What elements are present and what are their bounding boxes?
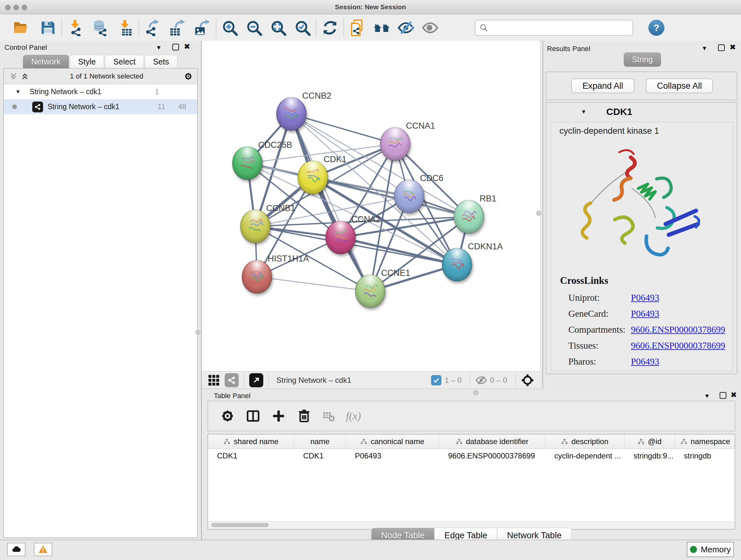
import-network-file-button[interactable] [66, 18, 85, 38]
horizontal-splitter-handle[interactable] [473, 390, 478, 395]
panel-close-icon[interactable]: ✖ [184, 43, 190, 50]
tab-network[interactable]: Network [23, 55, 69, 68]
clone-network-button[interactable] [348, 18, 367, 38]
open-in-window-icon[interactable] [249, 373, 263, 387]
network-node-CCNA1[interactable]: CCNA1 [380, 121, 435, 161]
memory-button[interactable]: Memory [687, 542, 734, 557]
zoom-selected-button[interactable] [293, 18, 312, 38]
column-header-canonical-name[interactable]: canonical name [346, 435, 439, 449]
tab-sets[interactable]: Sets [145, 55, 178, 68]
window-minimize-button[interactable] [13, 5, 19, 10]
network-node-HIST1H1A[interactable]: HIST1H1A [242, 254, 309, 294]
panel-menu-icon[interactable]: ▾ [157, 44, 160, 51]
network-node-CDC25B[interactable]: CDC25B [232, 140, 292, 180]
hide-selected-button[interactable] [396, 18, 415, 38]
window-zoom-button[interactable] [22, 5, 27, 10]
zoom-in-icon [221, 19, 238, 36]
import-table-icon [117, 19, 133, 36]
show-all-button[interactable] [421, 18, 440, 38]
warning-status-button[interactable] [34, 543, 52, 556]
panel-close-icon[interactable]: ✖ [730, 44, 736, 51]
search-field[interactable] [475, 20, 633, 36]
network-selection-status: 1 of 1 Network selected [29, 72, 184, 80]
window-close-button[interactable] [5, 5, 10, 10]
zoom-in-button[interactable] [220, 18, 239, 38]
expand-all-button[interactable]: Expand All [571, 78, 634, 93]
node-label-CCNA2: CCNA2 [351, 214, 381, 224]
network-node-CCNB2[interactable]: CCNB2 [276, 91, 332, 131]
import-table-button[interactable] [116, 18, 135, 38]
protein-section-header[interactable]: ▼ CDK1 [546, 103, 737, 121]
column-header-description[interactable]: description [545, 435, 624, 449]
table-row[interactable]: CDK1CDK1P064939606.ENSP00000378699cyclin… [208, 449, 735, 463]
tab-select[interactable]: Select [105, 55, 144, 68]
apply-function-icon[interactable]: f(x) [346, 410, 361, 422]
scrollbar-thumb[interactable] [211, 523, 269, 527]
collapse-all-chevrons-icon[interactable] [20, 72, 29, 81]
tree-expander-icon[interactable]: ▼ [15, 89, 21, 95]
show-columns-icon[interactable] [246, 409, 260, 423]
results-panel-title: Results Panel [547, 45, 590, 53]
network-node-CCNE1[interactable]: CCNE1 [355, 268, 410, 308]
panel-float-icon[interactable] [172, 44, 179, 51]
collapse-all-button[interactable]: Collapse All [646, 78, 713, 93]
search-input[interactable] [488, 21, 632, 35]
selected-checkbox-icon[interactable] [431, 375, 441, 385]
network-row-selected[interactable]: String Network – cdk1 11 48 [4, 99, 197, 114]
crosslink-value-link[interactable]: 9606.ENSP00000378699 [631, 324, 725, 335]
share-view-icon[interactable] [225, 373, 239, 387]
export-network-button[interactable] [143, 18, 162, 38]
protein-structure-image [570, 141, 713, 271]
zoom-out-button[interactable] [245, 18, 264, 38]
export-image-icon [194, 19, 211, 36]
network-node-RB1[interactable]: RB1 [454, 194, 496, 233]
node-label-CDKN1A: CDKN1A [468, 242, 503, 251]
import-network-database-button[interactable] [91, 18, 110, 38]
network-collection-row[interactable]: ▼ String Network – cdk1 1 [4, 84, 197, 99]
export-network-icon [144, 19, 161, 36]
crosslink-value-link[interactable]: P06493 [631, 308, 659, 319]
right-splitter-handle[interactable] [536, 211, 541, 216]
table-options-gear-icon[interactable] [220, 409, 235, 423]
grid-view-icon[interactable] [207, 374, 220, 387]
column-header-database-identifier[interactable]: database identifier [439, 435, 545, 449]
export-image-button[interactable] [193, 18, 212, 38]
delete-table-icon[interactable] [322, 410, 335, 422]
crosslink-row: Compartments:9606.ENSP00000378699 [568, 321, 729, 337]
panel-menu-icon[interactable]: ▾ [705, 392, 709, 399]
section-expander-icon[interactable]: ▼ [581, 109, 587, 115]
left-splitter-handle[interactable] [195, 330, 200, 335]
tab-style[interactable]: Style [70, 55, 105, 68]
crosslink-value-link[interactable]: P06493 [631, 293, 659, 303]
gear-icon[interactable] [184, 72, 193, 81]
expand-all-chevrons-icon[interactable] [9, 72, 18, 81]
save-session-button[interactable] [38, 18, 57, 38]
cloud-status-button[interactable] [7, 543, 25, 556]
tab-string[interactable]: String [623, 52, 661, 67]
column-header-shared-name[interactable]: shared name [208, 435, 294, 449]
network-view-canvas[interactable]: CCNB2CCNA1CDC25BCDK1CDC6RB1CCNB1CCNA2CDK… [202, 41, 540, 371]
crosslink-value-link[interactable]: 9606.ENSP00000378699 [631, 340, 725, 351]
column-header-name[interactable]: name [294, 435, 346, 449]
network-node-CDKN1A[interactable]: CDKN1A [442, 242, 503, 281]
open-session-button[interactable] [11, 18, 30, 38]
panel-close-icon[interactable]: ✖ [731, 391, 737, 398]
results-buttons-box: Expand All Collapse All [546, 71, 737, 100]
panel-float-icon[interactable] [720, 392, 726, 399]
column-header-namespace[interactable]: namespace [675, 435, 735, 449]
column-header--id[interactable]: @id [624, 435, 675, 449]
create-column-icon[interactable] [271, 409, 286, 423]
help-button[interactable]: ? [649, 20, 664, 36]
panel-float-icon[interactable] [718, 44, 725, 51]
crosslink-value-link[interactable]: P06493 [631, 356, 659, 367]
delete-column-icon[interactable] [297, 409, 312, 423]
network-node-CDK1[interactable]: CDK1 [298, 154, 347, 194]
zoom-fit-button[interactable] [269, 18, 288, 38]
refresh-view-button[interactable] [320, 18, 340, 38]
first-neighbors-button[interactable] [372, 18, 391, 38]
hidden-eye-icon[interactable] [475, 374, 487, 386]
panel-menu-icon[interactable]: ▾ [703, 45, 706, 52]
birdseye-navigator-icon[interactable] [521, 374, 534, 387]
network-node-CDC6[interactable]: CDC6 [394, 173, 444, 213]
export-table-button[interactable] [168, 18, 187, 38]
